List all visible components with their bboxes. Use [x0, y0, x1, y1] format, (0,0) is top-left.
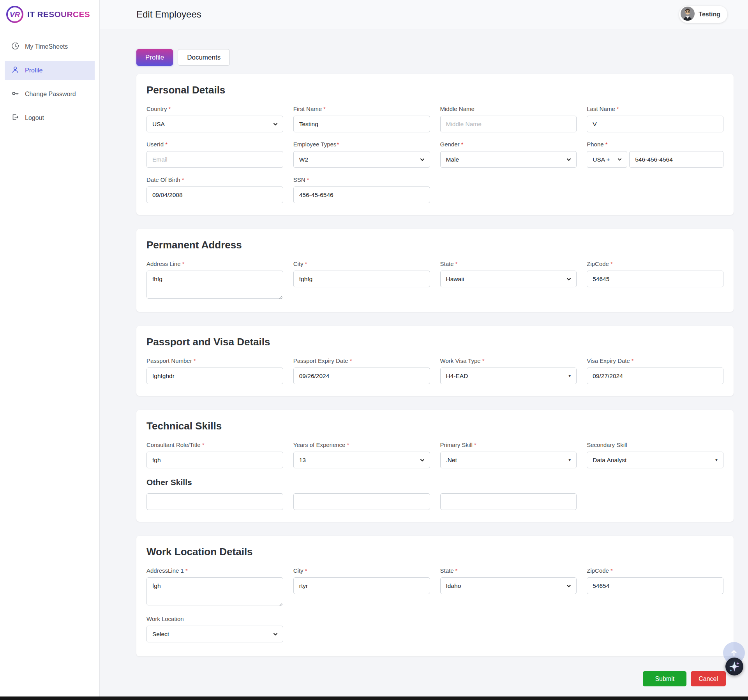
field-label: Date Of Birth: [146, 176, 180, 183]
field-label: ZipCode: [587, 567, 609, 574]
tab-profile[interactable]: Profile: [136, 49, 173, 66]
chevron-down-icon: [420, 157, 425, 162]
user-menu[interactable]: Testing: [679, 6, 727, 23]
city-input[interactable]: [293, 271, 430, 287]
middle-name-input[interactable]: [440, 116, 577, 132]
other-skill-3-field: [440, 493, 577, 510]
addressline1-field: AddressLine 1* fgh: [146, 567, 283, 607]
required-asterisk: *: [194, 357, 196, 364]
passport-expiry-field: Passport Expiry Date*: [293, 357, 430, 384]
other-skill-3-input[interactable]: [440, 493, 577, 510]
work-visa-type-select[interactable]: H4-EAD ▼: [440, 368, 577, 384]
avatar: [681, 7, 695, 22]
field-label: State: [440, 260, 454, 267]
tab-documents[interactable]: Documents: [178, 49, 230, 66]
phone-number-input[interactable]: [629, 151, 723, 168]
other-skill-1-input[interactable]: [146, 493, 283, 510]
primary-skill-select[interactable]: .Net ▼: [440, 452, 577, 468]
work-city-input[interactable]: [293, 577, 430, 594]
arrow-up-icon: [730, 649, 738, 657]
other-skill-2-field: [293, 493, 430, 510]
section-title: Personal Details: [146, 84, 723, 96]
first-name-input[interactable]: [293, 116, 430, 132]
field-label: Gender: [440, 141, 460, 148]
required-asterisk: *: [632, 357, 634, 364]
field-label: Address Line: [146, 260, 181, 267]
page-title: Edit Employees: [136, 9, 201, 20]
employee-types-field: Employee Types* W2: [293, 141, 430, 168]
permanent-address-card: Permanent Address Address Line* fhfg Cit…: [136, 229, 734, 312]
caret-down-icon: ▼: [714, 458, 718, 462]
sidebar-item-label: Logout: [25, 114, 44, 121]
required-asterisk: *: [202, 441, 205, 448]
middle-name-field: Middle Name: [440, 106, 577, 132]
field-label: Country: [146, 106, 167, 112]
other-skill-2-input[interactable]: [293, 493, 430, 510]
state-select[interactable]: Hawaii: [440, 271, 577, 287]
field-label: Employee Types: [293, 141, 337, 148]
chevron-down-icon: [566, 583, 572, 589]
field-label: Visa Expiry Date: [587, 357, 630, 364]
sidebar-item-label: Change Password: [25, 91, 76, 98]
zipcode-input[interactable]: [587, 271, 723, 287]
dob-field: Date Of Birth*: [146, 176, 283, 203]
required-asterisk: *: [482, 357, 485, 364]
work-city-field: City*: [293, 567, 430, 607]
caret-down-icon: ▼: [568, 458, 572, 462]
work-zipcode-field: ZipCode*: [587, 567, 723, 607]
technical-skills-card: Technical Skills Consultant Role/Title* …: [136, 410, 734, 522]
required-asterisk: *: [169, 106, 171, 112]
field-label: Middle Name: [440, 106, 475, 112]
sidebar-item-my-timesheets[interactable]: My TimeSheets: [5, 37, 95, 56]
addressline1-textarea[interactable]: fgh: [146, 577, 283, 605]
chevron-down-icon: [617, 157, 622, 162]
consultant-role-input[interactable]: [146, 452, 283, 468]
secondary-skill-select[interactable]: Data Analyst ▼: [587, 452, 723, 468]
section-title: Technical Skills: [146, 420, 723, 432]
passport-number-input[interactable]: [146, 368, 283, 384]
address-line-textarea[interactable]: fhfg: [146, 271, 283, 299]
work-visa-type-field: Work Visa Type* H4-EAD ▼: [440, 357, 577, 384]
last-name-field: Last Name*: [587, 106, 723, 132]
form-actions: Submit Cancel: [136, 671, 734, 686]
work-state-select[interactable]: Idaho: [440, 577, 577, 594]
tab-bar: Profile Documents: [136, 49, 734, 66]
primary-skill-field: Primary Skill* .Net ▼: [440, 441, 577, 468]
logout-icon: [11, 113, 19, 123]
country-select[interactable]: USA: [146, 116, 283, 132]
submit-button[interactable]: Submit: [643, 671, 686, 686]
required-asterisk: *: [323, 106, 326, 112]
gender-select[interactable]: Male: [440, 151, 577, 168]
passport-number-field: Passport Number*: [146, 357, 283, 384]
years-experience-select[interactable]: 13: [293, 452, 430, 468]
chevron-down-icon: [566, 276, 572, 282]
required-asterisk: *: [307, 176, 309, 183]
phone-country-code-select[interactable]: USA +: [587, 151, 627, 168]
field-label: Passport Number: [146, 357, 192, 364]
ssn-input[interactable]: [293, 186, 430, 203]
brand-name: IT RESOURCES: [27, 10, 90, 19]
visa-expiry-input[interactable]: [587, 368, 723, 384]
work-location-select[interactable]: Select: [146, 626, 283, 642]
key-icon: [11, 89, 19, 99]
sidebar-item-label: Profile: [25, 67, 42, 74]
userid-field: UserId*: [146, 141, 283, 168]
field-label: Work Location: [146, 616, 184, 622]
sparkle-icon: [728, 660, 741, 673]
sidebar-item-profile[interactable]: Profile: [5, 61, 95, 80]
gender-field: Gender* Male: [440, 141, 577, 168]
userid-input[interactable]: [146, 151, 283, 168]
work-zipcode-input[interactable]: [587, 577, 723, 594]
employee-types-select[interactable]: W2: [293, 151, 430, 168]
sidebar-item-change-password[interactable]: Change Password: [5, 84, 95, 104]
passport-expiry-input[interactable]: [293, 368, 430, 384]
last-name-input[interactable]: [587, 116, 723, 132]
field-label: City: [293, 567, 303, 574]
required-asterisk: *: [474, 441, 476, 448]
ai-assistant-button[interactable]: [725, 658, 743, 675]
cancel-button[interactable]: Cancel: [691, 671, 726, 686]
dob-input[interactable]: [146, 186, 283, 203]
state-field: State* Hawaii: [440, 260, 577, 300]
brand-logo: VR IT RESOURCES: [0, 0, 99, 29]
sidebar-item-logout[interactable]: Logout: [5, 108, 95, 128]
